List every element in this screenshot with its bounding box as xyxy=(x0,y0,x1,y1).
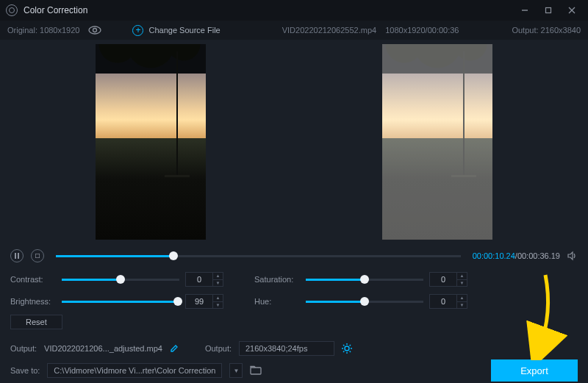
svg-point-4 xyxy=(89,26,101,34)
playback-controls: 00:00:10.24/00:00:36.19 xyxy=(0,246,588,266)
timeline-slider[interactable] xyxy=(56,255,461,257)
minimize-button[interactable] xyxy=(513,0,537,21)
hue-label: Hue: xyxy=(254,297,300,306)
saturation-step-down[interactable]: ▼ xyxy=(457,280,467,287)
time-display: 00:00:10.24/00:00:36.19 xyxy=(473,251,560,260)
contrast-label: Contrast: xyxy=(10,275,56,284)
app-logo-icon xyxy=(6,4,18,16)
maximize-button[interactable] xyxy=(537,0,560,21)
contrast-step-up[interactable]: ▲ xyxy=(213,273,223,280)
output-format-value[interactable]: 2160x3840;24fps xyxy=(239,341,334,356)
reset-button[interactable]: Reset xyxy=(10,315,62,329)
svg-point-9 xyxy=(345,346,349,351)
hue-step-down[interactable]: ▼ xyxy=(457,302,467,309)
contrast-step-down[interactable]: ▼ xyxy=(213,280,223,287)
hue-value-box[interactable]: 0 ▲▼ xyxy=(429,294,467,309)
svg-rect-7 xyxy=(18,253,19,259)
svg-line-15 xyxy=(350,351,351,352)
source-filename: VID20220212062552.mp4 xyxy=(282,26,376,35)
output-file-label: Output: xyxy=(10,344,37,353)
svg-rect-18 xyxy=(251,368,261,374)
save-path-box[interactable]: C:\Vidmore\Vidmore Vi...rter\Color Corre… xyxy=(47,363,222,378)
change-source-label: Change Source File xyxy=(148,26,220,35)
brightness-slider[interactable] xyxy=(62,301,179,303)
hue-slider[interactable] xyxy=(306,301,423,303)
svg-line-16 xyxy=(350,345,351,346)
svg-line-14 xyxy=(343,345,344,346)
original-resolution-label: Original: 1080x1920 xyxy=(7,26,79,35)
stop-button[interactable] xyxy=(31,249,44,262)
preview-original xyxy=(96,44,206,240)
time-current: 00:00:10.24 xyxy=(473,251,515,260)
save-row: Save to: C:\Vidmore\Vidmore Vi...rter\Co… xyxy=(0,357,588,383)
save-to-label: Save to: xyxy=(10,366,40,375)
svg-rect-8 xyxy=(35,254,40,258)
brightness-step-up[interactable]: ▲ xyxy=(213,295,223,302)
svg-point-5 xyxy=(93,29,97,32)
export-button[interactable]: Export xyxy=(491,359,578,382)
saturation-slider[interactable] xyxy=(306,279,423,281)
output-file-value: VID2022021206..._adjusted.mp4 xyxy=(44,344,162,353)
contrast-slider[interactable] xyxy=(62,279,179,281)
brightness-control: Brightness: 99 ▲▼ xyxy=(10,294,223,309)
preview-area xyxy=(0,40,588,246)
svg-line-17 xyxy=(343,351,344,352)
color-controls: Contrast: 0 ▲▼ Saturation: 0 ▲▼ Brightne… xyxy=(0,266,588,310)
hue-step-up[interactable]: ▲ xyxy=(457,295,467,302)
time-total: 00:00:36.19 xyxy=(517,251,560,260)
hue-value: 0 xyxy=(430,295,456,308)
header-bar: Original: 1080x1920 + Change Source File… xyxy=(0,21,588,40)
source-meta: 1080x1920/00:00:36 xyxy=(385,26,459,35)
volume-icon[interactable] xyxy=(567,251,578,261)
output-format-label: Output: xyxy=(205,344,232,353)
change-source-button[interactable]: + Change Source File xyxy=(132,25,220,36)
saturation-control: Saturation: 0 ▲▼ xyxy=(254,272,467,287)
compare-eye-icon[interactable] xyxy=(88,26,101,35)
brightness-value-box[interactable]: 99 ▲▼ xyxy=(185,294,223,309)
output-settings-icon[interactable] xyxy=(342,343,352,354)
saturation-label: Saturation: xyxy=(254,275,300,284)
open-folder-icon[interactable] xyxy=(250,365,262,376)
hue-control: Hue: 0 ▲▼ xyxy=(254,294,467,309)
save-path-dropdown[interactable]: ▼ xyxy=(229,363,243,378)
pause-button[interactable] xyxy=(10,249,24,262)
contrast-value: 0 xyxy=(186,273,212,286)
contrast-control: Contrast: 0 ▲▼ xyxy=(10,272,223,287)
plus-icon: + xyxy=(132,25,143,36)
saturation-value: 0 xyxy=(430,273,456,286)
window-title: Color Correction xyxy=(24,5,87,15)
brightness-step-down[interactable]: ▼ xyxy=(213,302,223,309)
preview-adjusted xyxy=(382,44,492,240)
svg-rect-6 xyxy=(15,253,16,259)
svg-rect-1 xyxy=(546,8,551,13)
brightness-label: Brightness: xyxy=(10,297,56,306)
edit-filename-icon[interactable] xyxy=(170,344,179,353)
output-resolution-label: Output: 2160x3840 xyxy=(512,26,581,35)
titlebar: Color Correction xyxy=(0,0,588,21)
saturation-value-box[interactable]: 0 ▲▼ xyxy=(429,272,467,287)
brightness-value: 99 xyxy=(186,295,212,308)
contrast-value-box[interactable]: 0 ▲▼ xyxy=(185,272,223,287)
output-row: Output: VID2022021206..._adjusted.mp4 Ou… xyxy=(0,340,588,357)
close-button[interactable] xyxy=(560,0,584,21)
saturation-step-up[interactable]: ▲ xyxy=(457,273,467,280)
